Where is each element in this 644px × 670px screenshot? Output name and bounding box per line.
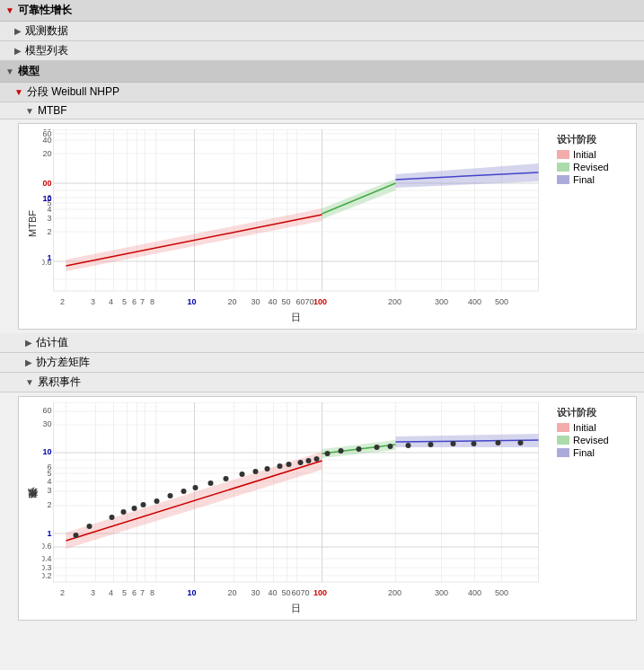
mtbf-legend-title: 设计阶段: [557, 133, 623, 146]
mtbf-revised-label: Revised: [573, 162, 609, 172]
svg-point-127: [406, 443, 411, 448]
svg-point-130: [472, 441, 477, 446]
cumulative-initial-color: [557, 423, 569, 432]
svg-text:8: 8: [150, 588, 154, 597]
cumulative-chart-area: 累积事件: [24, 402, 631, 609]
svg-text:40: 40: [268, 588, 277, 597]
model-label: 模型: [18, 64, 40, 79]
estimate-header[interactable]: ▶ 估计值: [0, 333, 644, 353]
svg-text:1: 1: [47, 253, 51, 262]
svg-text:7: 7: [140, 297, 145, 306]
svg-text:60: 60: [42, 406, 51, 415]
model-list-label: 模型列表: [25, 43, 68, 58]
cumulative-final-label: Final: [573, 447, 595, 458]
cumulative-chart-container: 累积事件: [18, 396, 637, 621]
covariance-header[interactable]: ▶ 协方差矩阵: [0, 353, 644, 373]
model-header[interactable]: ▼ 模型: [0, 61, 644, 83]
svg-text:3: 3: [47, 486, 51, 495]
svg-text:4: 4: [109, 297, 113, 306]
mtbf-svg: 2 3 4 5 6 7 8 10 20 30 40 50 6070 100: [42, 129, 550, 309]
svg-point-132: [518, 440, 524, 445]
estimate-label: 估计值: [36, 335, 68, 350]
svg-text:100: 100: [313, 297, 327, 306]
svg-point-111: [193, 485, 198, 490]
svg-text:5: 5: [122, 297, 127, 306]
model-arrow-icon: ▼: [5, 66, 14, 76]
svg-text:2: 2: [47, 227, 51, 236]
mtbf-revised-color: [557, 163, 569, 172]
mtbf-title: MTBF: [38, 104, 67, 117]
covariance-arrow-icon: ▶: [25, 357, 32, 367]
svg-text:30: 30: [42, 419, 51, 428]
svg-point-110: [181, 489, 187, 494]
cumulative-legend-revised: Revised: [557, 435, 623, 445]
observe-data-header[interactable]: ▶ 观测数据: [0, 22, 644, 41]
svg-text:400: 400: [468, 588, 481, 597]
cumulative-y-label: 累积事件: [24, 402, 40, 609]
svg-point-122: [325, 451, 331, 456]
svg-text:4: 4: [47, 477, 51, 486]
model-list-header[interactable]: ▶ 模型列表: [0, 41, 644, 61]
observe-data-label: 观测数据: [25, 23, 68, 39]
svg-text:100: 100: [42, 179, 52, 188]
cumulative-title: 累积事件: [38, 375, 81, 390]
cumulative-final-color: [557, 448, 569, 457]
svg-text:3: 3: [91, 588, 95, 597]
svg-text:30: 30: [251, 588, 260, 597]
weibull-arrow-icon: ▼: [14, 87, 23, 97]
mtbf-arrow-icon: ▼: [25, 106, 34, 116]
svg-text:6070: 6070: [291, 588, 309, 597]
svg-text:0.6: 0.6: [42, 542, 52, 551]
svg-text:200: 200: [42, 129, 52, 132]
svg-point-102: [74, 533, 79, 538]
svg-point-115: [253, 469, 259, 474]
mtbf-x-label: 日: [42, 311, 550, 324]
reliability-growth-header[interactable]: ▼ 可靠性增长: [0, 0, 644, 22]
weibull-header[interactable]: ▼ 分段 Weibull NHPP: [0, 83, 644, 102]
svg-text:0.2: 0.2: [42, 571, 52, 580]
svg-text:5: 5: [122, 588, 127, 597]
model-list-arrow-icon: ▶: [14, 46, 22, 56]
svg-text:20: 20: [227, 297, 236, 306]
svg-point-121: [314, 456, 320, 462]
reliability-growth-title: 可靠性增长: [18, 3, 72, 18]
estimate-arrow-icon: ▶: [25, 338, 32, 348]
cumulative-initial-label: Initial: [573, 422, 596, 433]
mtbf-svg-wrapper: 2 3 4 5 6 7 8 10 20 30 40 50 6070 100: [42, 129, 550, 318]
arrow-icon: ▼: [5, 5, 14, 15]
svg-point-103: [87, 524, 93, 529]
cumulative-revised-color: [557, 436, 569, 445]
svg-text:500: 500: [495, 297, 508, 306]
mtbf-legend-initial: Initial: [557, 149, 623, 160]
mtbf-initial-color: [557, 150, 569, 159]
svg-text:40: 40: [268, 297, 277, 306]
svg-point-112: [208, 480, 214, 486]
cumulative-svg-wrapper: 2 3 4 5 6 7 8 10 20 30 40 50 6070 100: [42, 402, 550, 609]
svg-point-108: [154, 498, 160, 504]
svg-point-107: [141, 502, 146, 507]
cumulative-x-label: 日: [42, 602, 550, 615]
svg-text:7: 7: [140, 588, 145, 597]
weibull-label: 分段 Weibull NHPP: [27, 84, 119, 100]
cumulative-svg: 2 3 4 5 6 7 8 10 20 30 40 50 6070 100: [42, 402, 550, 600]
svg-point-123: [339, 448, 344, 454]
svg-text:1: 1: [47, 529, 51, 538]
svg-text:0.3: 0.3: [42, 563, 52, 572]
cumulative-chart-with-legend: 2 3 4 5 6 7 8 10 20 30 40 50 6070 100: [42, 402, 631, 609]
svg-text:6070: 6070: [296, 297, 313, 306]
svg-text:20: 20: [42, 149, 51, 158]
cumulative-legend: 设计阶段 Initial Revised Final: [550, 402, 631, 609]
svg-text:50: 50: [281, 297, 290, 306]
svg-text:300: 300: [435, 588, 448, 597]
mtbf-legend: 设计阶段 Initial Revised Final: [550, 129, 631, 318]
mtbf-header[interactable]: ▼ MTBF: [0, 102, 644, 119]
svg-text:200: 200: [388, 297, 401, 306]
mtbf-chart-area: MTBF: [24, 129, 631, 318]
cumulative-header[interactable]: ▼ 累积事件: [0, 373, 644, 392]
svg-text:30: 30: [251, 297, 260, 306]
svg-point-109: [168, 493, 173, 498]
svg-point-117: [278, 463, 283, 469]
svg-point-105: [121, 509, 127, 515]
svg-point-129: [451, 441, 456, 446]
svg-text:4: 4: [109, 588, 113, 597]
